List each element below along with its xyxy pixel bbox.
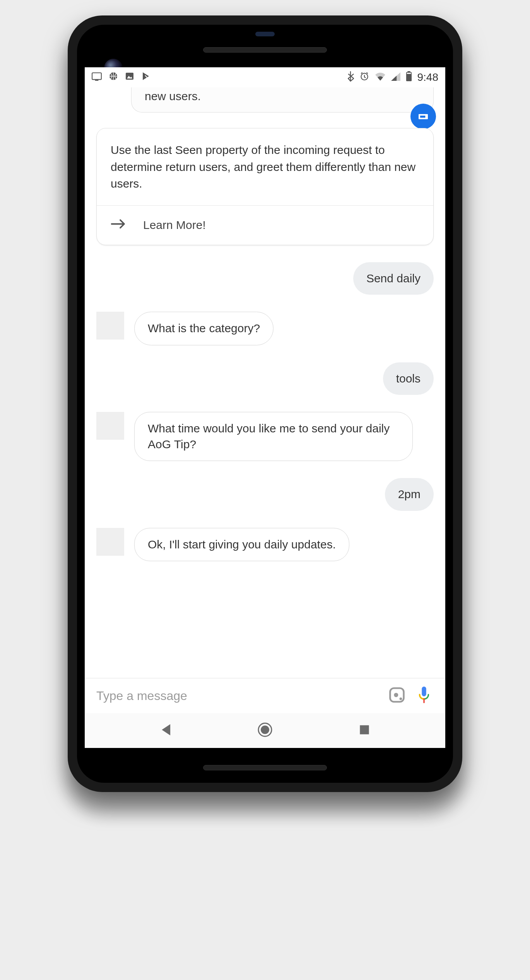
phone-frame: 9:48 new users. Use the last Seen proper…	[68, 15, 462, 792]
message-row-user: tools	[96, 362, 434, 395]
chat-scroll-area[interactable]: new users. Use the last Seen property of…	[85, 87, 445, 678]
message-input-bar: Type a message	[85, 678, 445, 713]
assistant-message-bubble[interactable]: What time would you like me to send your…	[134, 412, 413, 461]
svg-rect-13	[420, 116, 425, 118]
home-button[interactable]	[248, 719, 282, 742]
svg-rect-0	[92, 73, 101, 79]
message-row-assistant: Ok, I'll start giving you daily updates.	[96, 528, 434, 562]
status-time: 9:48	[417, 71, 439, 84]
status-left-icons	[92, 72, 150, 84]
basketball-icon	[109, 72, 118, 84]
svg-rect-3	[126, 73, 133, 80]
assistant-avatar	[96, 412, 124, 440]
mic-icon	[417, 686, 431, 706]
svg-rect-17	[422, 686, 426, 696]
bluetooth-icon	[347, 71, 354, 84]
image-icon	[125, 72, 134, 84]
svg-point-16	[400, 698, 402, 700]
learn-more-label: Learn More!	[143, 219, 206, 232]
bottom-speaker	[203, 765, 327, 770]
message-row-user: 2pm	[96, 478, 434, 511]
phone-bezel: 9:48 new users. Use the last Seen proper…	[77, 25, 453, 783]
svg-point-15	[394, 693, 398, 697]
assistant-avatar	[96, 312, 124, 340]
tip-card-body: Use the last Seen property of the incomi…	[97, 128, 433, 205]
mic-button[interactable]	[414, 686, 434, 705]
cellular-signal-icon	[391, 72, 400, 84]
alarm-icon	[359, 71, 369, 84]
action-avatar-badge	[410, 104, 436, 129]
svg-marker-19	[162, 724, 170, 735]
message-row-user: Send daily	[96, 262, 434, 295]
action-avatar-icon	[417, 109, 429, 123]
message-input[interactable]: Type a message	[96, 689, 380, 703]
svg-point-21	[261, 726, 269, 734]
svg-rect-11	[407, 73, 411, 74]
user-message-bubble[interactable]: 2pm	[385, 478, 434, 511]
svg-marker-8	[391, 75, 397, 80]
learn-more-button[interactable]: Learn More!	[97, 205, 433, 245]
user-message-bubble[interactable]: Send daily	[353, 262, 434, 295]
phone-screen: 9:48 new users. Use the last Seen proper…	[85, 67, 445, 748]
battery-icon	[406, 71, 412, 84]
svg-rect-1	[95, 79, 99, 80]
play-store-icon	[141, 72, 150, 84]
user-message-bubble[interactable]: tools	[383, 362, 434, 395]
back-button[interactable]	[148, 719, 183, 742]
status-right-icons: 9:48	[347, 71, 439, 84]
triangle-back-icon	[160, 723, 171, 738]
lens-icon	[388, 686, 405, 705]
svg-rect-22	[360, 725, 369, 734]
tip-card-partial: new users.	[131, 87, 434, 113]
tip-card: Use the last Seen property of the incomi…	[96, 128, 434, 245]
cast-icon	[92, 72, 102, 84]
assistant-avatar	[96, 528, 124, 556]
proximity-sensor	[255, 32, 275, 36]
message-row-assistant: What time would you like me to send your…	[96, 412, 434, 461]
square-overview-icon	[359, 724, 370, 737]
overview-button[interactable]	[347, 719, 382, 742]
navigation-bar	[85, 713, 445, 748]
status-bar: 9:48	[85, 67, 445, 87]
message-row-assistant: What is the category?	[96, 312, 434, 345]
assistant-message-bubble[interactable]: Ok, I'll start giving you daily updates.	[134, 528, 349, 562]
svg-rect-10	[407, 71, 410, 73]
assistant-message-bubble[interactable]: What is the category?	[134, 312, 274, 345]
tip-card-partial-text: new users.	[145, 90, 201, 102]
circle-home-icon	[257, 722, 273, 739]
earpiece-speaker	[203, 47, 327, 53]
arrow-right-icon	[111, 218, 126, 232]
lens-button[interactable]	[387, 686, 407, 705]
wifi-icon	[375, 72, 386, 84]
